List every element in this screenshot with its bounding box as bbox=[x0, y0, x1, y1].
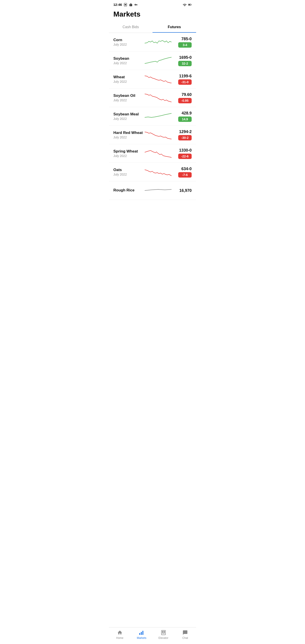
list-item[interactable]: Soybean July 2022 1695-0 32-2 bbox=[109, 52, 196, 70]
chart-soybean-oil bbox=[145, 92, 172, 103]
tab-cash-bids[interactable]: Cash Bids bbox=[109, 22, 152, 33]
chart-spring-wheat bbox=[145, 148, 172, 159]
home-icon bbox=[117, 630, 123, 636]
status-bar: 12:46 bbox=[109, 0, 196, 8]
commodity-list: Corn July 2022 785-0 3-4 Soybean July 20… bbox=[109, 33, 196, 222]
svg-rect-5 bbox=[141, 632, 142, 635]
svg-rect-1 bbox=[125, 4, 126, 5]
chart-soybean-meal bbox=[145, 111, 172, 122]
chat-icon bbox=[182, 630, 188, 636]
key-icon bbox=[134, 3, 138, 6]
svg-rect-4 bbox=[139, 633, 140, 635]
svg-rect-3 bbox=[189, 4, 190, 5]
chart-oats bbox=[145, 166, 172, 178]
list-item[interactable]: Rough Rice 16,970 bbox=[109, 181, 196, 200]
chart-rough-rice bbox=[145, 185, 172, 196]
nav-chat[interactable]: Chat bbox=[178, 630, 192, 640]
tabs-container: Cash Bids Futures bbox=[109, 22, 196, 33]
chart-wheat bbox=[145, 74, 172, 85]
markets-icon bbox=[139, 630, 144, 636]
chart-hard-red-wheat bbox=[145, 129, 172, 140]
battery-icon bbox=[188, 3, 192, 6]
list-item[interactable]: Wheat July 2022 1199-6 -31-0 bbox=[109, 70, 196, 88]
bottom-navigation: Home Markets Elevator Chat bbox=[109, 627, 196, 644]
header: Markets bbox=[109, 8, 196, 22]
svg-rect-6 bbox=[142, 631, 143, 635]
page-title: Markets bbox=[113, 10, 192, 18]
status-time: 12:46 bbox=[113, 3, 138, 6]
vpn-icon bbox=[129, 3, 132, 6]
wifi-icon bbox=[183, 3, 187, 6]
list-item[interactable]: Hard Red Wheat July 2022 1294-2 -30-2 bbox=[109, 126, 196, 144]
nav-home[interactable]: Home bbox=[113, 630, 126, 640]
list-item[interactable]: Oats July 2022 634-0 -7-6 bbox=[109, 163, 196, 181]
nav-markets[interactable]: Markets bbox=[135, 630, 148, 640]
list-item[interactable]: Soybean Oil July 2022 79.60 -0.95 bbox=[109, 88, 196, 107]
elevator-icon bbox=[160, 630, 166, 636]
chart-corn bbox=[145, 36, 172, 48]
tab-futures[interactable]: Futures bbox=[152, 22, 196, 33]
svg-rect-8 bbox=[162, 631, 163, 633]
list-item[interactable]: Soybean Meal July 2022 428.9 14.9 bbox=[109, 107, 196, 126]
svg-rect-9 bbox=[164, 631, 165, 633]
svg-rect-7 bbox=[162, 630, 166, 635]
chart-soybean bbox=[145, 55, 172, 66]
list-item[interactable]: Corn July 2022 785-0 3-4 bbox=[109, 33, 196, 52]
status-icons bbox=[183, 3, 192, 6]
list-item[interactable]: Spring Wheat July 2022 1330-0 -22-6 bbox=[109, 144, 196, 163]
svg-rect-10 bbox=[162, 633, 165, 634]
nav-elevator[interactable]: Elevator bbox=[157, 630, 170, 640]
sim-icon bbox=[124, 3, 127, 6]
